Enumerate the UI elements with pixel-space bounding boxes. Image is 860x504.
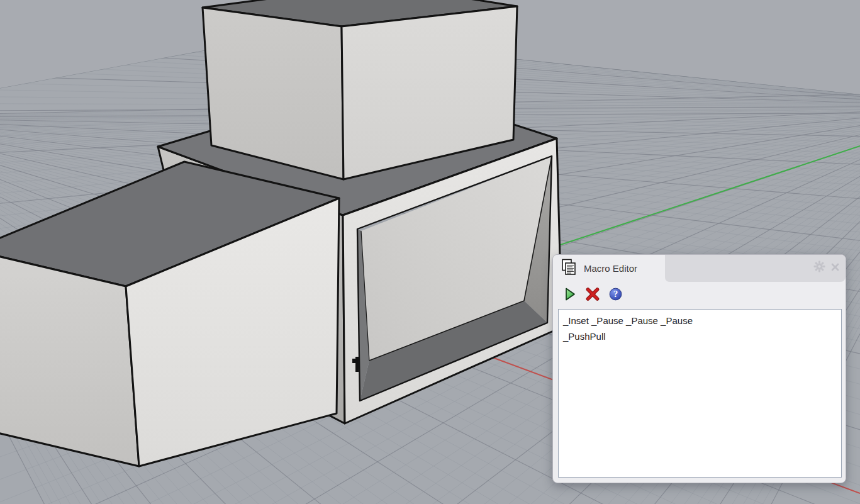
macro-line: _Inset _Pause _Pause _Pause — [563, 313, 837, 328]
svg-text:?: ? — [613, 289, 617, 299]
panel-settings-button[interactable] — [813, 262, 825, 274]
clear-macro-button[interactable] — [585, 288, 600, 303]
help-button[interactable]: ? — [608, 288, 623, 303]
panel-title: Macro Editor — [584, 263, 637, 274]
macro-editor-panel: Macro Editor — [552, 254, 846, 483]
macro-document-icon — [561, 259, 578, 278]
macro-editor-tab[interactable]: Macro Editor — [553, 255, 665, 282]
application-window: Macro Editor — [0, 0, 860, 504]
run-macro-button[interactable] — [562, 288, 578, 303]
macro-line: _PushPull — [563, 328, 837, 344]
macro-text-area[interactable]: _Inset _Pause _Pause _Pause _PushPull — [558, 309, 842, 478]
panel-close-button[interactable] — [829, 262, 841, 274]
play-icon — [565, 288, 576, 303]
close-icon — [831, 262, 839, 274]
red-x-icon — [586, 288, 600, 303]
help-icon: ? — [609, 288, 622, 303]
macro-toolbar: ? — [553, 282, 846, 309]
gear-icon — [813, 260, 825, 275]
